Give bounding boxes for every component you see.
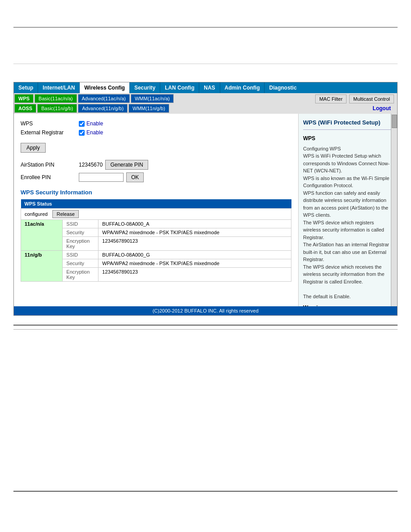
wps-security-title: WPS Security Information [21,189,291,196]
footer-bar: (C)2000-2012 BUFFALO INC. All rights res… [14,306,397,315]
main-content: WPS Enable External Registrar Enable [14,114,397,306]
ext-reg-label: External Registrar [21,129,79,136]
tab-diagnostic[interactable]: Diagnostic [265,82,301,93]
right-panel-title: WPS (WiFi Protected Setup) [303,118,393,130]
scrollbar-track[interactable] [391,114,397,306]
enc-key-value-ac: 1234567890123 [98,237,291,251]
footer-text: (C)2000-2012 BUFFALO INC. All rights res… [153,308,259,313]
band-cell-n: 11n/g/b [21,251,63,282]
status-value: configured [25,211,47,217]
wps-form-row: WPS Enable [21,120,291,127]
subtab-basic-n[interactable]: Basic(11n/g/b) [37,104,77,113]
sub-tabs: WPS Basic(11ac/n/a) Advanced(11ac/n/a) W… [14,93,397,114]
left-panel: WPS Enable External Registrar Enable [14,114,299,306]
airstation-pin-row: AirStation PIN 12345670 Generate PIN [21,160,291,170]
tab-lan-config[interactable]: LAN Config [160,82,199,93]
table-row-ac: 11ac/n/a SSID BUFFALO-08A000_A [21,220,291,228]
scrollbar-thumb[interactable] [392,115,397,128]
wps-label: WPS [21,120,79,127]
enc-key-value-n: 1234567890123 [98,268,291,282]
enrollee-pin-label: Enrollee PIN [21,174,79,180]
subtab-multicast-control[interactable]: Multicast Control [349,94,394,103]
ext-reg-form-row: External Registrar Enable [21,129,291,136]
ext-reg-checkbox[interactable] [79,130,85,136]
table-row-status: configured Release [21,209,291,220]
wps-checkbox[interactable] [79,121,85,127]
sub-tab-row2: AOSS Basic(11n/g/b) Advanced(11n/g/b) WM… [14,103,174,113]
ssid-value-ac: BUFFALO-08A000_A [98,220,291,228]
security-value-n: WPA/WPA2 mixedmode - PSK TKIP/AES mixedm… [98,259,291,268]
top-rule [13,27,398,28]
tab-wireless-config[interactable]: Wireless Config [80,82,130,93]
subtab-wmm-ac[interactable]: WMM(11ac/n/a) [131,94,174,103]
enc-key-label-n: Encryption Key [63,268,98,282]
table-header-status: WPS Status [21,199,291,209]
ssid-label-n: SSID [63,251,98,259]
ssid-label-ac: SSID [63,220,98,228]
subtab-basic-ac[interactable]: Basic(11ac/n/a) [34,94,77,103]
ext-reg-checkbox-container: Enable [79,129,103,136]
enc-key-label-ac: Encryption Key [63,237,98,251]
bottom-space: manualslib.com [0,330,411,482]
security-label-n: Security [63,259,98,268]
airstation-pin-value: 12345670 [79,162,103,168]
ok-button[interactable]: OK [126,172,144,182]
tab-admin-config[interactable]: Admin Config [220,82,265,93]
tab-internet-lan[interactable]: Internet/LAN [38,82,80,93]
enrollee-pin-input[interactable] [79,173,124,182]
subtab-advanced-ac[interactable]: Advanced(11ac/n/a) [78,94,130,103]
subtab-aoss[interactable]: AOSS [14,104,36,113]
subtab-mac-filter[interactable]: MAC Filter [315,94,347,103]
subtab-wps[interactable]: WPS [14,94,34,103]
wps-table: WPS Status configured Release [21,199,291,282]
bottom-section-rule2 [13,491,398,492]
subtab-advanced-n[interactable]: Advanced(11n/g/b) [78,104,128,113]
security-label-ac: Security [63,228,98,237]
wps-checkbox-container: Enable [79,120,103,127]
apply-container: Apply [21,139,291,156]
ui-container: Setup Internet/LAN Wireless Config Secur… [13,82,398,316]
right-panel-subtitle: WPS [303,134,393,142]
logout-link[interactable]: Logout [369,104,394,113]
ext-reg-enable-label: Enable [86,129,103,136]
band-cell-ac: 11ac/n/a [21,220,63,251]
subtab-wmm-n[interactable]: WMM(11n/g/b) [128,104,169,113]
tab-setup[interactable]: Setup [14,82,38,93]
sub-tab-group-left: WPS Basic(11ac/n/a) Advanced(11ac/n/a) W… [14,94,174,113]
apply-button[interactable]: Apply [21,143,46,153]
table-row-n: 11n/g/b SSID BUFFALO-08A000_G [21,251,291,259]
release-button[interactable]: Release [52,210,78,218]
right-panel-content: Configuring WPS WPS is WiFi Protected Se… [303,145,393,300]
right-panel: WPS (WiFi Protected Setup) WPS Configuri… [299,114,397,306]
sub-tab-row1: WPS Basic(11ac/n/a) Advanced(11ac/n/a) W… [14,94,174,103]
bottom-section-rule [13,325,398,326]
nav-tabs: Setup Internet/LAN Wireless Config Secur… [14,82,397,93]
tab-security[interactable]: Security [130,82,160,93]
sub-tab-right: MAC Filter Multicast Control Logout [312,93,397,114]
generate-pin-button[interactable]: Generate PIN [105,160,148,170]
airstation-pin-label: AirStation PIN [21,162,79,168]
ssid-value-n: BUFFALO-08A000_G [98,251,291,259]
right-panel-warning: Warning [303,304,393,306]
security-value-ac: WPA/WPA2 mixedmode - PSK TKIP/AES mixedm… [98,228,291,237]
wps-enable-label: Enable [86,120,103,127]
tab-nas[interactable]: NAS [199,82,220,93]
status-cell: configured Release [21,209,291,220]
enrollee-pin-row: Enrollee PIN OK [21,172,291,182]
mid-rule [13,64,398,64]
